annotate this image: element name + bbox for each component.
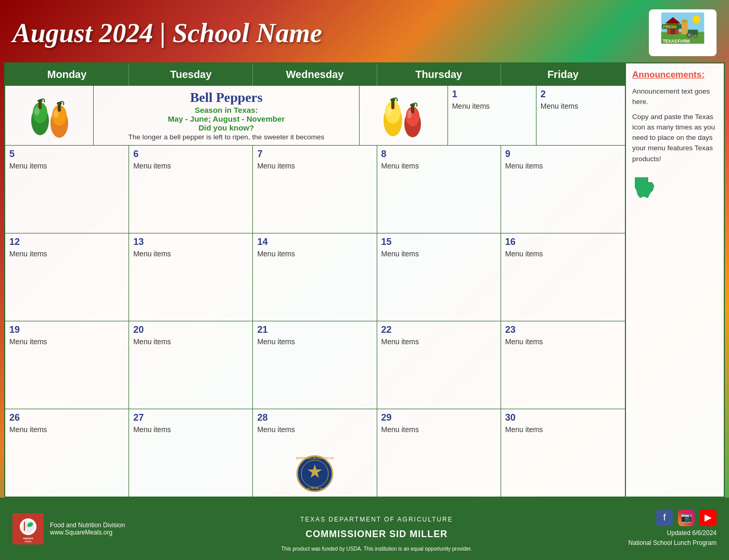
featured-did-you-know: Did you know?	[199, 123, 254, 132]
footer-program: National School Lunch Program	[629, 538, 717, 548]
svg-rect-45	[24, 522, 25, 531]
featured-center-text: Bell Peppers Season in Texas: May - June…	[94, 86, 359, 145]
square-meals-logo: square meals	[12, 513, 44, 544]
texas-shape-svg	[632, 175, 658, 201]
svg-text:meals: meals	[24, 540, 32, 543]
svg-text:FARM: FARM	[677, 39, 690, 44]
footer-department: TEXAS DEPARTMENT OF AGRICULTURE	[281, 514, 472, 526]
week5-friday: 30 Menu items	[501, 409, 625, 497]
usda-seal-svg: DEPARTMENT OF AGRICULTURE ★ TEXAS ★	[296, 455, 334, 492]
featured-fact: The longer a bell pepper is left to ripe…	[128, 133, 324, 141]
svg-point-26	[54, 110, 59, 118]
day-29: 29	[381, 412, 496, 423]
svg-text:FRESH: FRESH	[663, 24, 676, 29]
texas-farm-logo-svg: TEXAS FARM FRESH	[657, 12, 709, 44]
day-26: 26	[9, 412, 124, 423]
sidebar: Announcements: Announcement text goes he…	[626, 62, 725, 498]
announcements-title: Announcements:	[632, 70, 718, 80]
menu-26: Menu items	[9, 425, 124, 434]
svg-point-36	[407, 110, 412, 119]
footer-right: f 📷 ▶ Updated 6/6/2024 National School L…	[629, 510, 717, 548]
week4-tuesday: 20 Menu items	[129, 321, 253, 409]
menu-items-fri1: Menu items	[541, 102, 621, 110]
featured-title: Bell Peppers	[190, 90, 262, 106]
week3-wednesday: 14 Menu items	[253, 233, 377, 321]
menu-8: Menu items	[381, 162, 496, 170]
texas-farm-logo: TEXAS FARM FRESH	[649, 9, 717, 56]
menu-12: Menu items	[9, 250, 124, 258]
calendar-section: Monday Tuesday Wednesday Thursday Friday	[4, 62, 626, 498]
day-20: 20	[133, 324, 248, 335]
day-header-monday: Monday	[5, 63, 129, 86]
footer-commissioner: COMMISSIONER SID MILLER	[281, 526, 472, 542]
svg-point-12	[693, 16, 700, 23]
week5-monday: 26 Menu items	[5, 409, 129, 497]
footer-website: www.SquareMeals.org	[50, 529, 125, 536]
day-header-wednesday: Wednesday	[253, 63, 377, 86]
week4-thursday: 22 Menu items	[377, 321, 501, 409]
day-28: 28	[257, 412, 372, 423]
menu-28: Menu items	[257, 425, 372, 434]
week1-thursday: 1 Menu items	[448, 86, 536, 145]
week2-monday: 5 Menu items	[5, 146, 129, 233]
menu-13: Menu items	[133, 250, 248, 258]
svg-point-9	[688, 34, 691, 37]
svg-point-21	[34, 107, 40, 115]
instagram-icon[interactable]: 📷	[678, 510, 695, 526]
featured-season-label: Season in Texas:	[195, 106, 258, 114]
menu-30: Menu items	[505, 425, 621, 434]
menu-23: Menu items	[505, 337, 621, 346]
week4-friday: 23 Menu items	[501, 321, 625, 409]
announcement-text1: Announcement text goes here.	[632, 86, 718, 108]
day-12: 12	[9, 237, 124, 248]
day-header-friday: Friday	[501, 63, 625, 86]
day-15: 15	[381, 237, 496, 248]
svg-point-11	[695, 35, 697, 37]
menu-20: Menu items	[133, 337, 248, 346]
week-row-2: 5 Menu items 6 Menu items 7 Menu items 8…	[5, 146, 625, 233]
social-icons: f 📷 ▶	[629, 510, 717, 526]
day-21: 21	[257, 324, 372, 335]
week-row-4: 19 Menu items 20 Menu items 21 Menu item…	[5, 321, 625, 409]
menu-21: Menu items	[257, 337, 372, 346]
page-title: August 2024 | School Name	[12, 18, 322, 48]
menu-7: Menu items	[257, 162, 372, 170]
footer: square meals Food and Nutrition Division…	[0, 498, 729, 560]
footer-center-text: TEXAS DEPARTMENT OF AGRICULTURE COMMISSI…	[281, 514, 472, 554]
main-container: August 2024 | School Name	[0, 0, 729, 560]
svg-text:DEPARTMENT OF AGRICULTURE: DEPARTMENT OF AGRICULTURE	[296, 457, 334, 460]
day-19: 19	[9, 324, 124, 335]
week2-friday: 9 Menu items	[501, 146, 625, 233]
day-9: 9	[505, 149, 621, 160]
day-header-tuesday: Tuesday	[129, 63, 253, 86]
week2-wednesday: 7 Menu items	[253, 146, 377, 233]
day-6: 6	[133, 149, 248, 160]
menu-6: Menu items	[133, 162, 248, 170]
week5-tuesday: 27 Menu items	[129, 409, 253, 497]
week-row-3: 12 Menu items 13 Menu items 14 Menu item…	[5, 233, 625, 321]
day-30: 30	[505, 412, 621, 423]
week4-wednesday: 21 Menu items	[253, 321, 377, 409]
week3-monday: 12 Menu items	[5, 233, 129, 321]
day-number-1: 1	[452, 89, 532, 100]
featured-left-peppers	[5, 86, 94, 145]
svg-text:★ TEXAS ★: ★ TEXAS ★	[308, 487, 322, 490]
header: August 2024 | School Name	[0, 0, 729, 62]
week3-tuesday: 13 Menu items	[129, 233, 253, 321]
pepper-left-svg	[27, 92, 71, 139]
day-16: 16	[505, 237, 621, 248]
day-number-2: 2	[541, 89, 621, 100]
svg-point-6	[682, 20, 688, 23]
facebook-icon[interactable]: f	[656, 510, 673, 526]
youtube-icon[interactable]: ▶	[700, 510, 717, 526]
footer-updated: Updated 6/6/2024	[629, 528, 717, 538]
menu-5: Menu items	[9, 162, 124, 170]
day-23: 23	[505, 324, 621, 335]
day-14: 14	[257, 237, 372, 248]
featured-row: Bell Peppers Season in Texas: May - June…	[5, 86, 625, 146]
footer-disclaimer: This product was funded by USDA. This in…	[281, 544, 472, 554]
svg-rect-4	[671, 29, 675, 35]
week3-thursday: 15 Menu items	[377, 233, 501, 321]
calendar-header: Monday Tuesday Wednesday Thursday Friday	[5, 63, 625, 86]
footer-center: TEXAS DEPARTMENT OF AGRICULTURE COMMISSI…	[281, 504, 472, 554]
